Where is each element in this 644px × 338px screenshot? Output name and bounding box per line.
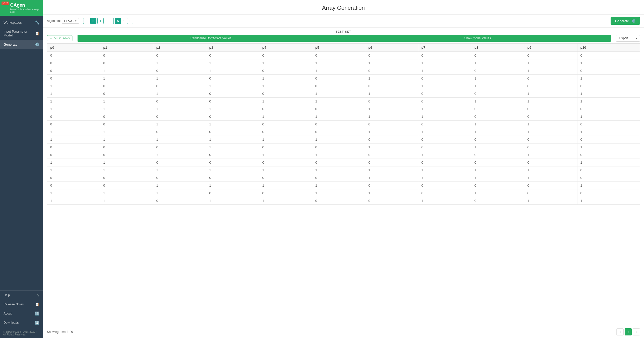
export-button[interactable]: Export... — [616, 35, 634, 42]
cell-r9-c8: 1 — [471, 121, 524, 128]
sidebar-item-release-notes[interactable]: Release Notes 📋 — [0, 300, 43, 309]
generate-button[interactable]: Generate ⚙️ — [611, 17, 640, 25]
cell-r15-c6: 1 — [365, 166, 418, 174]
cell-r16-c10: 0 — [577, 174, 640, 182]
cell-r7-c6: 1 — [365, 105, 418, 113]
cell-r11-c6: 0 — [365, 136, 418, 144]
sidebar-item-workspaces[interactable]: Workspaces 🔧 — [0, 18, 43, 27]
sidebar-item-about[interactable]: About ℹ️ — [0, 309, 43, 318]
cell-r17-c5: 1 — [312, 182, 365, 189]
cell-r7-c2: 1 — [153, 105, 206, 113]
cell-r12-c0: 0 — [47, 144, 100, 151]
sidebar-item-input-param[interactable]: Input Parameter Model 📋 — [0, 27, 43, 40]
cell-r13-c7: 1 — [418, 151, 471, 159]
cell-r14-c5: 0 — [312, 159, 365, 166]
a-plus-button[interactable]: + — [127, 18, 133, 24]
cell-r15-c3: 1 — [206, 166, 259, 174]
algorithm-select: Algorithm: FIPOG — [47, 18, 79, 24]
cell-r12-c1: 0 — [100, 144, 153, 151]
cell-r8-c1: 0 — [100, 113, 153, 121]
table-row: 01010101010 — [47, 67, 640, 75]
table-wrapper[interactable]: p0p1p2p3p4p5p6p7p8p9p10 0000000000000111… — [47, 43, 640, 326]
page-title: Array Generation — [48, 5, 639, 11]
randomize-button[interactable]: Randomize Don't-Care Values — [78, 35, 344, 42]
cell-r7-c7: 1 — [418, 105, 471, 113]
cell-r15-c0: 1 — [47, 166, 100, 174]
cell-r1-c9: 1 — [524, 59, 577, 67]
cell-r2-c0: 0 — [47, 67, 100, 75]
table-row: 00111100001 — [47, 182, 640, 189]
cell-r12-c5: 0 — [312, 144, 365, 151]
cell-r8-c3: 0 — [206, 113, 259, 121]
cell-r1-c2: 1 — [153, 59, 206, 67]
cell-r7-c1: 1 — [100, 105, 153, 113]
col-header-p0: p0 — [47, 44, 100, 52]
cell-r1-c5: 1 — [312, 59, 365, 67]
t-counter-group: − 3 + — [83, 18, 104, 24]
sidebar-item-generate[interactable]: Generate ⚙️ — [0, 40, 43, 49]
cell-r17-c3: 1 — [206, 182, 259, 189]
cell-r17-c9: 0 — [524, 182, 577, 189]
cell-r17-c2: 1 — [153, 182, 206, 189]
gear-icon: ⚙️ — [35, 42, 39, 46]
cell-r19-c8: 0 — [471, 197, 524, 205]
main-content: Array Generation Algorithm: FIPOG − 3 + … — [43, 0, 644, 338]
cell-r14-c7: 0 — [418, 159, 471, 166]
cell-r9-c10: 0 — [577, 121, 640, 128]
cell-r5-c4: 0 — [259, 90, 312, 98]
table-row: 11000011111 — [47, 128, 640, 136]
cell-r5-c2: 1 — [153, 90, 206, 98]
sidebar-item-help[interactable]: Help ? — [0, 291, 43, 300]
sidebar-item-label: Workspaces — [4, 21, 35, 24]
cell-r9-c4: 0 — [259, 121, 312, 128]
app-subtitle: kommkonllm-ct-theory-blog-post — [10, 8, 40, 13]
sidebar-item-downloads[interactable]: Downloads ⬇️ — [0, 318, 43, 327]
page-prev-button[interactable]: ‹ — [616, 328, 624, 335]
cell-r1-c8: 1 — [471, 59, 524, 67]
show-model-button[interactable]: Show model values — [344, 35, 611, 42]
cell-r19-c5: 0 — [312, 197, 365, 205]
cell-r12-c2: 0 — [153, 144, 206, 151]
page-1-button[interactable]: 1 — [625, 328, 632, 335]
a-minus-button[interactable]: − — [108, 18, 114, 24]
cell-r13-c8: 0 — [471, 151, 524, 159]
data-table: p0p1p2p3p4p5p6p7p8p9p10 0000000000000111… — [47, 43, 640, 205]
test-set-label: TEST SET — [47, 28, 640, 35]
cell-r9-c2: 1 — [153, 121, 206, 128]
cell-r15-c7: 1 — [418, 166, 471, 174]
table-row: 00000000000 — [47, 52, 640, 59]
table-row: 11110011000 — [47, 105, 640, 113]
cell-r11-c1: 1 — [100, 136, 153, 144]
cell-r2-c9: 1 — [524, 67, 577, 75]
cell-r8-c6: 1 — [365, 113, 418, 121]
cell-r17-c8: 0 — [471, 182, 524, 189]
cell-r8-c8: 0 — [471, 113, 524, 121]
cell-r11-c7: 0 — [418, 136, 471, 144]
sidebar-footer: © SBA Research 2018-2020 | All Rights Re… — [0, 328, 43, 338]
cell-r16-c0: 0 — [47, 174, 100, 182]
cell-r16-c1: 0 — [100, 174, 153, 182]
t-plus-button[interactable]: + — [97, 18, 104, 24]
table-info-badge[interactable]: ▼ t=3 20 rows — [47, 35, 72, 41]
cell-r9-c6: 0 — [365, 121, 418, 128]
cell-r6-c4: 1 — [259, 98, 312, 105]
cell-r14-c10: 1 — [577, 159, 640, 166]
info-icon: ℹ️ — [35, 311, 39, 316]
col-header-p1: p1 — [100, 44, 153, 52]
page-next-button[interactable]: › — [633, 328, 640, 335]
cell-r17-c1: 0 — [100, 182, 153, 189]
t-minus-button[interactable]: − — [83, 18, 89, 24]
table-row: 00000011110 — [47, 174, 640, 182]
cell-r4-c3: 1 — [206, 82, 259, 90]
export-dropdown-button[interactable]: ▼ — [634, 35, 640, 42]
cell-r11-c0: 1 — [47, 136, 100, 144]
cell-r9-c3: 1 — [206, 121, 259, 128]
sidebar-item-label: Input Parameter Model — [4, 30, 35, 37]
cell-r0-c2: 0 — [153, 52, 206, 59]
algorithm-dropdown[interactable]: FIPOG — [62, 18, 79, 24]
cell-r2-c1: 1 — [100, 67, 153, 75]
cell-r4-c9: 0 — [524, 82, 577, 90]
cell-r3-c3: 0 — [206, 75, 259, 82]
download-icon: ⬇️ — [35, 321, 39, 325]
table-controls: ▼ t=3 20 rows Randomize Don't-Care Value… — [47, 35, 640, 42]
